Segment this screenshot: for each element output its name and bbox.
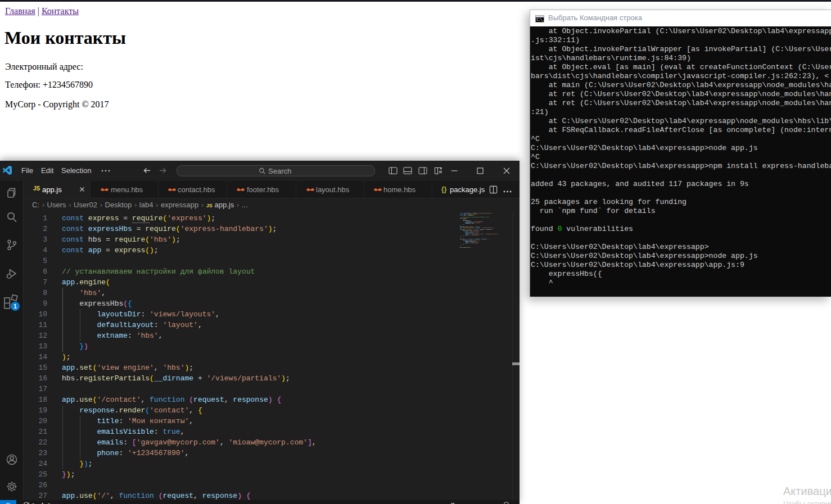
svg-text:0: 0 [47,502,51,504]
svg-text:0: 0 [31,502,35,504]
